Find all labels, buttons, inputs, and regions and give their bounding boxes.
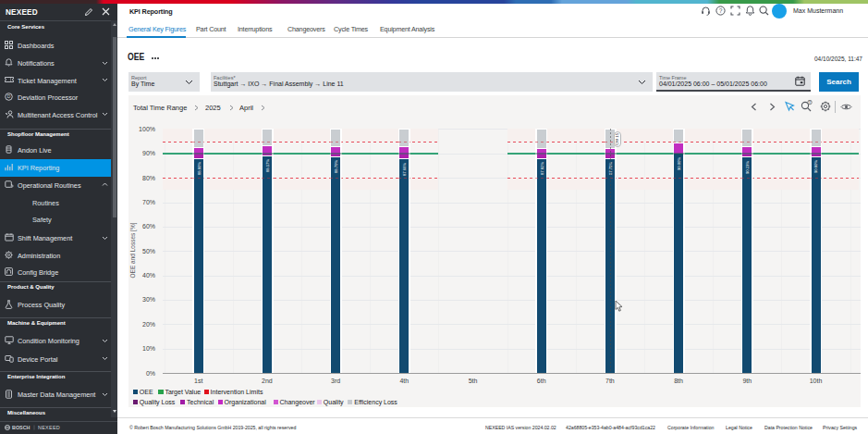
svg-text:Y: Y [808,100,811,105]
svg-text:D: D [7,93,11,99]
svg-text:NEXEED: NEXEED [38,425,60,430]
svg-text:?: ? [719,7,723,14]
svg-text:BOSCH: BOSCH [12,425,31,430]
